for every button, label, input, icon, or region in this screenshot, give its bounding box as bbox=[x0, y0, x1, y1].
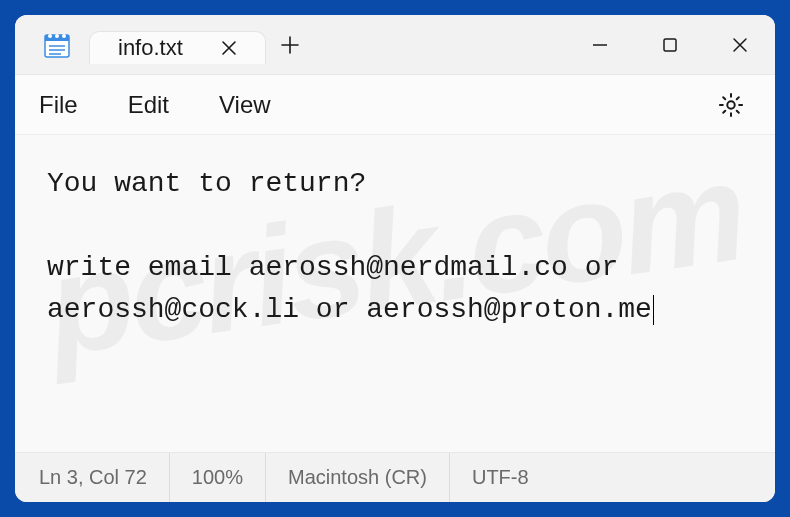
menubar: File Edit View bbox=[15, 75, 775, 135]
menu-edit[interactable]: Edit bbox=[128, 91, 169, 119]
maximize-button[interactable] bbox=[635, 15, 705, 74]
svg-rect-9 bbox=[664, 39, 676, 51]
editor-line: write email aerossh@nerdmail.co or aeros… bbox=[47, 252, 652, 325]
notepad-icon bbox=[39, 27, 75, 63]
window-controls bbox=[565, 15, 775, 74]
close-window-button[interactable] bbox=[705, 15, 775, 74]
svg-point-10 bbox=[727, 101, 734, 108]
titlebar: info.txt bbox=[15, 15, 775, 75]
new-tab-button[interactable] bbox=[266, 35, 314, 55]
statusbar: Ln 3, Col 72 100% Macintosh (CR) UTF-8 bbox=[15, 452, 775, 502]
editor-line: You want to return? bbox=[47, 168, 366, 199]
status-encoding[interactable]: UTF-8 bbox=[450, 453, 551, 502]
svg-point-3 bbox=[55, 34, 59, 38]
titlebar-left: info.txt bbox=[15, 15, 314, 74]
status-zoom[interactable]: 100% bbox=[170, 453, 266, 502]
settings-button[interactable] bbox=[711, 85, 751, 125]
menu-file[interactable]: File bbox=[39, 91, 78, 119]
gear-icon bbox=[717, 91, 745, 119]
notepad-window: pcrisk.com info.txt bbox=[15, 15, 775, 502]
tab-title: info.txt bbox=[118, 35, 183, 61]
text-caret bbox=[653, 295, 654, 325]
minimize-button[interactable] bbox=[565, 15, 635, 74]
text-editor[interactable]: You want to return? write email aerossh@… bbox=[15, 135, 775, 452]
status-line-ending[interactable]: Macintosh (CR) bbox=[266, 453, 450, 502]
close-tab-icon[interactable] bbox=[213, 32, 245, 64]
tab-active[interactable]: info.txt bbox=[89, 31, 266, 64]
svg-point-4 bbox=[62, 34, 66, 38]
menu-view[interactable]: View bbox=[219, 91, 271, 119]
status-position[interactable]: Ln 3, Col 72 bbox=[39, 453, 170, 502]
svg-point-2 bbox=[48, 34, 52, 38]
